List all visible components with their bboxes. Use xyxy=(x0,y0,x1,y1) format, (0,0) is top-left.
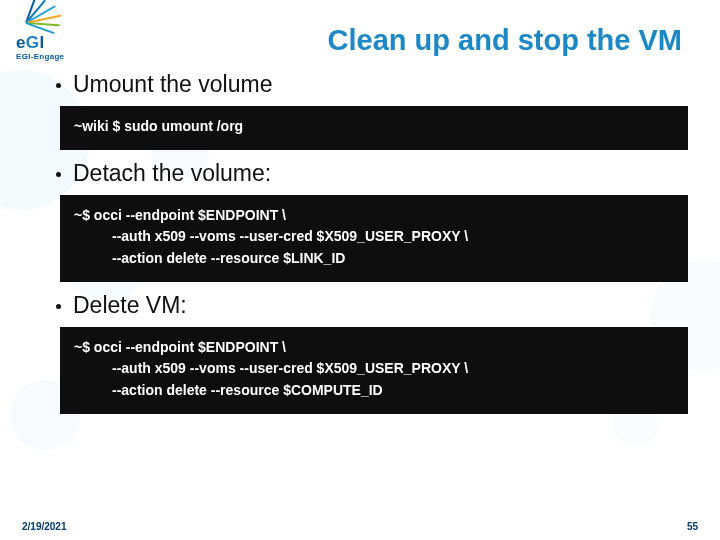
code-line: ~$ occi --endpoint $ENDPOINT \ xyxy=(74,207,286,223)
code-block: ~$ occi --endpoint $ENDPOINT \ --auth x5… xyxy=(60,327,688,414)
bullet-item: Umount the volume xyxy=(56,71,692,98)
logo: eGI EGI-Engage xyxy=(10,8,98,61)
page-title: Clean up and stop the VM xyxy=(28,24,686,57)
bullet-item: Delete VM: xyxy=(56,292,692,319)
bullet-dot-icon xyxy=(56,83,61,88)
bullet-text: Umount the volume xyxy=(73,71,272,98)
bullet-text: Detach the volume: xyxy=(73,160,271,187)
slide-body: Clean up and stop the VM Umount the volu… xyxy=(0,0,720,540)
logo-subtext: EGI-Engage xyxy=(16,52,98,61)
code-block: ~$ occi --endpoint $ENDPOINT \ --auth x5… xyxy=(60,195,688,282)
footer-page-number: 55 xyxy=(687,521,698,532)
footer-date: 2/19/2021 xyxy=(22,521,67,532)
content: Umount the volume ~wiki $ sudo umount /o… xyxy=(56,71,692,414)
code-line: --auth x509 --voms --user-cred $X509_USE… xyxy=(112,360,468,376)
code-line: --action delete --resource $LINK_ID xyxy=(112,250,345,266)
bullet-dot-icon xyxy=(56,304,61,309)
footer: 2/19/2021 55 xyxy=(0,521,720,532)
code-line: ~$ occi --endpoint $ENDPOINT \ xyxy=(74,339,286,355)
code-line: --auth x509 --voms --user-cred $X509_USE… xyxy=(112,228,468,244)
bullet-dot-icon xyxy=(56,172,61,177)
code-block: ~wiki $ sudo umount /org xyxy=(60,106,688,150)
code-line: --action delete --resource $COMPUTE_ID xyxy=(112,382,383,398)
logo-burst-icon xyxy=(14,8,92,36)
logo-text: eGI xyxy=(16,34,98,51)
bullet-item: Detach the volume: xyxy=(56,160,692,187)
bullet-text: Delete VM: xyxy=(73,292,187,319)
code-line: ~wiki $ sudo umount /org xyxy=(74,118,243,134)
